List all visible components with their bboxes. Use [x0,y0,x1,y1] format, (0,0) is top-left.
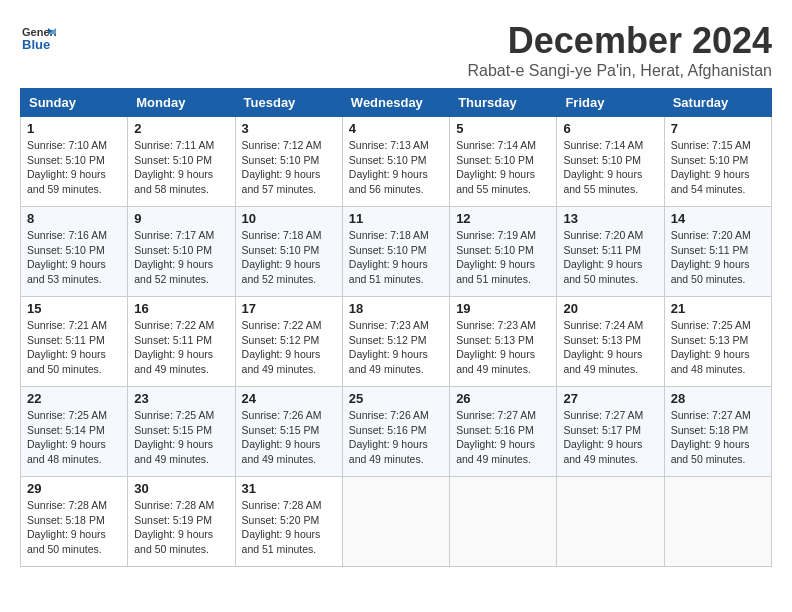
calendar-cell: 7 Sunrise: 7:15 AM Sunset: 5:10 PM Dayli… [664,117,771,207]
calendar-cell: 8 Sunrise: 7:16 AM Sunset: 5:10 PM Dayli… [21,207,128,297]
day-info: Sunrise: 7:20 AM Sunset: 5:11 PM Dayligh… [563,228,657,287]
day-info: Sunrise: 7:10 AM Sunset: 5:10 PM Dayligh… [27,138,121,197]
calendar-cell: 19 Sunrise: 7:23 AM Sunset: 5:13 PM Dayl… [450,297,557,387]
day-info: Sunrise: 7:26 AM Sunset: 5:16 PM Dayligh… [349,408,443,467]
day-info: Sunrise: 7:16 AM Sunset: 5:10 PM Dayligh… [27,228,121,287]
day-info: Sunrise: 7:23 AM Sunset: 5:12 PM Dayligh… [349,318,443,377]
calendar-cell: 31 Sunrise: 7:28 AM Sunset: 5:20 PM Dayl… [235,477,342,567]
calendar-week-row: 8 Sunrise: 7:16 AM Sunset: 5:10 PM Dayli… [21,207,772,297]
day-info: Sunrise: 7:21 AM Sunset: 5:11 PM Dayligh… [27,318,121,377]
calendar-table: Sunday Monday Tuesday Wednesday Thursday… [20,88,772,567]
day-number: 2 [134,121,228,136]
day-info: Sunrise: 7:28 AM Sunset: 5:18 PM Dayligh… [27,498,121,557]
calendar-week-row: 22 Sunrise: 7:25 AM Sunset: 5:14 PM Dayl… [21,387,772,477]
day-info: Sunrise: 7:25 AM Sunset: 5:15 PM Dayligh… [134,408,228,467]
day-number: 6 [563,121,657,136]
header: General Blue December 2024 Rabat-e Sangi… [20,20,772,80]
day-info: Sunrise: 7:15 AM Sunset: 5:10 PM Dayligh… [671,138,765,197]
day-number: 13 [563,211,657,226]
main-title: December 2024 [467,20,772,62]
calendar-cell: 28 Sunrise: 7:27 AM Sunset: 5:18 PM Dayl… [664,387,771,477]
day-number: 19 [456,301,550,316]
col-saturday: Saturday [664,89,771,117]
day-info: Sunrise: 7:18 AM Sunset: 5:10 PM Dayligh… [349,228,443,287]
day-number: 3 [242,121,336,136]
day-info: Sunrise: 7:27 AM Sunset: 5:17 PM Dayligh… [563,408,657,467]
day-number: 1 [27,121,121,136]
day-info: Sunrise: 7:24 AM Sunset: 5:13 PM Dayligh… [563,318,657,377]
day-number: 25 [349,391,443,406]
day-number: 12 [456,211,550,226]
day-info: Sunrise: 7:28 AM Sunset: 5:20 PM Dayligh… [242,498,336,557]
calendar-header-row: Sunday Monday Tuesday Wednesday Thursday… [21,89,772,117]
calendar-cell: 22 Sunrise: 7:25 AM Sunset: 5:14 PM Dayl… [21,387,128,477]
calendar-cell: 14 Sunrise: 7:20 AM Sunset: 5:11 PM Dayl… [664,207,771,297]
calendar-cell [450,477,557,567]
day-info: Sunrise: 7:11 AM Sunset: 5:10 PM Dayligh… [134,138,228,197]
calendar-cell: 30 Sunrise: 7:28 AM Sunset: 5:19 PM Dayl… [128,477,235,567]
calendar-cell: 21 Sunrise: 7:25 AM Sunset: 5:13 PM Dayl… [664,297,771,387]
calendar-cell: 26 Sunrise: 7:27 AM Sunset: 5:16 PM Dayl… [450,387,557,477]
col-monday: Monday [128,89,235,117]
col-wednesday: Wednesday [342,89,449,117]
calendar-cell: 27 Sunrise: 7:27 AM Sunset: 5:17 PM Dayl… [557,387,664,477]
calendar-cell: 11 Sunrise: 7:18 AM Sunset: 5:10 PM Dayl… [342,207,449,297]
calendar-cell: 23 Sunrise: 7:25 AM Sunset: 5:15 PM Dayl… [128,387,235,477]
calendar-week-row: 1 Sunrise: 7:10 AM Sunset: 5:10 PM Dayli… [21,117,772,207]
calendar-cell [664,477,771,567]
calendar-cell: 5 Sunrise: 7:14 AM Sunset: 5:10 PM Dayli… [450,117,557,207]
day-info: Sunrise: 7:12 AM Sunset: 5:10 PM Dayligh… [242,138,336,197]
day-number: 15 [27,301,121,316]
day-number: 4 [349,121,443,136]
day-number: 7 [671,121,765,136]
calendar-cell: 24 Sunrise: 7:26 AM Sunset: 5:15 PM Dayl… [235,387,342,477]
day-number: 27 [563,391,657,406]
calendar-cell: 15 Sunrise: 7:21 AM Sunset: 5:11 PM Dayl… [21,297,128,387]
day-number: 26 [456,391,550,406]
logo: General Blue [20,20,56,56]
day-info: Sunrise: 7:14 AM Sunset: 5:10 PM Dayligh… [456,138,550,197]
calendar-cell: 20 Sunrise: 7:24 AM Sunset: 5:13 PM Dayl… [557,297,664,387]
day-number: 31 [242,481,336,496]
svg-text:Blue: Blue [22,37,50,52]
day-info: Sunrise: 7:27 AM Sunset: 5:18 PM Dayligh… [671,408,765,467]
day-number: 28 [671,391,765,406]
day-number: 10 [242,211,336,226]
day-number: 30 [134,481,228,496]
col-sunday: Sunday [21,89,128,117]
day-number: 21 [671,301,765,316]
day-number: 9 [134,211,228,226]
day-number: 17 [242,301,336,316]
day-number: 29 [27,481,121,496]
calendar-cell: 29 Sunrise: 7:28 AM Sunset: 5:18 PM Dayl… [21,477,128,567]
calendar-cell: 25 Sunrise: 7:26 AM Sunset: 5:16 PM Dayl… [342,387,449,477]
calendar-cell [342,477,449,567]
calendar-cell: 17 Sunrise: 7:22 AM Sunset: 5:12 PM Dayl… [235,297,342,387]
calendar-cell: 16 Sunrise: 7:22 AM Sunset: 5:11 PM Dayl… [128,297,235,387]
day-number: 8 [27,211,121,226]
day-number: 18 [349,301,443,316]
day-info: Sunrise: 7:13 AM Sunset: 5:10 PM Dayligh… [349,138,443,197]
day-info: Sunrise: 7:14 AM Sunset: 5:10 PM Dayligh… [563,138,657,197]
title-section: December 2024 Rabat-e Sangi-ye Pa'in, He… [467,20,772,80]
col-thursday: Thursday [450,89,557,117]
day-number: 16 [134,301,228,316]
calendar-week-row: 15 Sunrise: 7:21 AM Sunset: 5:11 PM Dayl… [21,297,772,387]
calendar-cell: 13 Sunrise: 7:20 AM Sunset: 5:11 PM Dayl… [557,207,664,297]
calendar-cell: 18 Sunrise: 7:23 AM Sunset: 5:12 PM Dayl… [342,297,449,387]
day-number: 5 [456,121,550,136]
calendar-cell: 6 Sunrise: 7:14 AM Sunset: 5:10 PM Dayli… [557,117,664,207]
calendar-cell: 3 Sunrise: 7:12 AM Sunset: 5:10 PM Dayli… [235,117,342,207]
day-number: 22 [27,391,121,406]
day-info: Sunrise: 7:27 AM Sunset: 5:16 PM Dayligh… [456,408,550,467]
calendar-cell: 4 Sunrise: 7:13 AM Sunset: 5:10 PM Dayli… [342,117,449,207]
logo-icon: General Blue [20,20,56,56]
day-number: 20 [563,301,657,316]
calendar-cell: 12 Sunrise: 7:19 AM Sunset: 5:10 PM Dayl… [450,207,557,297]
calendar-cell: 2 Sunrise: 7:11 AM Sunset: 5:10 PM Dayli… [128,117,235,207]
day-info: Sunrise: 7:25 AM Sunset: 5:13 PM Dayligh… [671,318,765,377]
day-info: Sunrise: 7:19 AM Sunset: 5:10 PM Dayligh… [456,228,550,287]
day-number: 11 [349,211,443,226]
subtitle: Rabat-e Sangi-ye Pa'in, Herat, Afghanist… [467,62,772,80]
day-info: Sunrise: 7:17 AM Sunset: 5:10 PM Dayligh… [134,228,228,287]
